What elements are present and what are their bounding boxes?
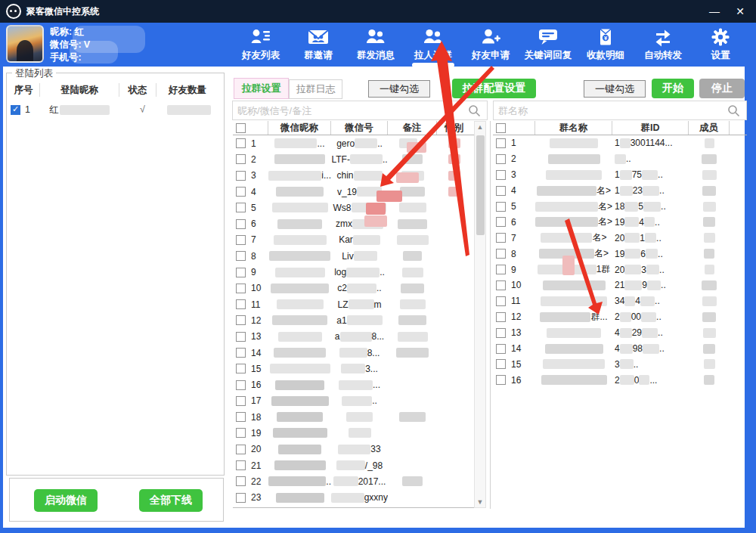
group-table-row[interactable]: 5名>185.. [493, 199, 747, 215]
friend-table-row[interactable]: 21/_98 [233, 457, 474, 473]
row-checkbox[interactable] [236, 412, 246, 422]
row-checkbox[interactable] [236, 493, 246, 503]
friend-table-row[interactable]: 8Liv [233, 248, 474, 264]
check-all-left-button[interactable]: 一键勾选 [368, 80, 430, 98]
row-checkbox[interactable] [236, 284, 246, 293]
friend-table-row[interactable]: 5Ws8 [233, 200, 474, 215]
group-table-row[interactable]: 2.. [493, 151, 747, 167]
row-checkbox[interactable] [496, 344, 506, 354]
friend-table-row[interactable]: 1...gero..... [233, 135, 474, 151]
friend-table-row[interactable]: 19 [233, 425, 474, 441]
row-checkbox[interactable] [236, 187, 246, 197]
toolbar-item-settings[interactable]: 设置 [694, 26, 747, 65]
friend-table-row[interactable]: 2033 [233, 442, 474, 457]
row-checkbox[interactable] [236, 123, 246, 133]
row-checkbox[interactable] [496, 312, 506, 322]
row-checkbox[interactable] [496, 249, 506, 259]
minimize-button[interactable]: — [702, 5, 727, 17]
toolbar-item-pull-to-group[interactable]: 拉人进群 [407, 26, 460, 65]
friend-table-row[interactable]: 23gxxny [233, 490, 474, 506]
toolbar-item-mass-message[interactable]: 群发消息 [349, 26, 402, 65]
row-checkbox[interactable] [236, 299, 246, 309]
start-button[interactable]: 开始 [652, 79, 694, 98]
scroll-up-icon[interactable]: ▲ [475, 122, 485, 132]
row-checkbox[interactable] [496, 154, 506, 164]
group-table-row[interactable]: 4名>123.. [493, 183, 747, 199]
row-checkbox[interactable] [496, 202, 506, 212]
row-checkbox[interactable] [496, 170, 506, 180]
group-table-row[interactable]: 113001144... [493, 135, 747, 151]
row-checkbox[interactable] [236, 315, 246, 325]
friend-table-row[interactable]: 153... [233, 361, 474, 377]
group-table-row[interactable]: 91群203.. [493, 262, 747, 277]
group-table-row[interactable]: 11344.. [493, 293, 747, 309]
row-checkbox[interactable] [496, 123, 506, 133]
friend-table-row[interactable]: 18 [233, 409, 474, 425]
offline-all-button[interactable]: 全部下线 [139, 489, 203, 512]
row-checkbox[interactable] [496, 138, 506, 148]
row-checkbox[interactable] [496, 265, 506, 274]
toolbar-item-friend-list[interactable]: 好友列表 [234, 26, 287, 65]
row-checkbox[interactable] [236, 445, 246, 454]
row-checkbox[interactable] [496, 217, 506, 227]
row-checkbox[interactable] [236, 364, 246, 373]
friend-table-row[interactable]: 7Kar [233, 232, 474, 248]
start-wechat-button[interactable]: 启动微信 [34, 489, 98, 512]
login-row-checkbox[interactable] [11, 105, 20, 115]
row-checkbox[interactable] [236, 268, 246, 277]
row-checkbox[interactable] [236, 332, 246, 342]
row-checkbox[interactable] [236, 138, 246, 148]
row-checkbox[interactable] [236, 396, 246, 406]
row-checkbox[interactable] [496, 359, 506, 369]
toolbar-item-group-invite[interactable]: 群邀请 [292, 26, 345, 65]
group-table-row[interactable]: 3175.. [493, 167, 747, 183]
group-table-row[interactable]: 14498.. [493, 341, 747, 357]
row-checkbox[interactable] [236, 348, 246, 358]
group-table-row[interactable]: 12群...200.. [493, 309, 747, 325]
tab-pull-group-log[interactable]: 拉群日志 [289, 79, 342, 99]
friend-table-row[interactable]: 4v_19 [233, 184, 474, 200]
toolbar-item-keyword-reply[interactable]: 关键词回复 [522, 26, 575, 65]
group-table-row[interactable]: 6名>194.. [493, 214, 747, 230]
friend-table-row[interactable]: 16... [233, 377, 474, 392]
row-checkbox[interactable] [236, 251, 246, 261]
toolbar-item-auto-forward[interactable]: 自动转发 [637, 26, 689, 65]
stop-button[interactable]: 停止 [699, 79, 745, 98]
friend-table-row[interactable]: 17.. [233, 393, 474, 409]
group-table-row[interactable]: 7名>201.. [493, 230, 747, 246]
group-search-input[interactable] [493, 101, 747, 120]
scroll-down-icon[interactable]: ▼ [475, 497, 485, 507]
row-checkbox[interactable] [236, 219, 246, 229]
row-checkbox[interactable] [236, 235, 246, 245]
friend-table-row[interactable]: 22..2017... [233, 473, 474, 489]
row-checkbox[interactable] [496, 233, 506, 243]
row-checkbox[interactable] [236, 171, 246, 181]
friend-table-row[interactable]: 6zmx [233, 215, 474, 231]
friend-table-scrollbar[interactable]: ▲ ▼ [474, 121, 486, 508]
row-checkbox[interactable] [236, 154, 246, 164]
group-table-row[interactable]: 10219.. [493, 277, 747, 293]
friend-table-row[interactable]: 3i...chin [233, 168, 474, 184]
friend-table-row[interactable]: 13a8... [233, 329, 474, 345]
pull-group-config-button[interactable]: 拉群配置设置 [452, 79, 536, 98]
friend-table-row[interactable]: 11LZm [233, 296, 474, 312]
close-button[interactable]: ✕ [727, 5, 753, 17]
group-table-row[interactable]: 8名>196.. [493, 246, 747, 262]
row-checkbox[interactable] [496, 328, 506, 338]
row-checkbox[interactable] [236, 476, 246, 486]
toolbar-item-payment-detail[interactable]: ¥收款明细 [579, 26, 632, 65]
row-checkbox[interactable] [496, 296, 506, 306]
friend-table-row[interactable]: 148... [233, 345, 474, 361]
login-row[interactable]: 1 红 √ [8, 103, 211, 116]
scrollbar-thumb[interactable] [476, 135, 485, 235]
tab-pull-group-settings[interactable]: 拉群设置 [234, 78, 289, 99]
group-table-row[interactable]: 153.. [493, 356, 747, 372]
friend-table-row[interactable]: 12a1 [233, 312, 474, 328]
toolbar-item-friend-request[interactable]: 好友申请 [464, 26, 517, 65]
row-checkbox[interactable] [496, 280, 506, 290]
row-checkbox[interactable] [496, 375, 506, 385]
group-table-row[interactable]: 13429.. [493, 325, 747, 341]
row-checkbox[interactable] [496, 186, 506, 196]
friend-table-row[interactable]: 9log.. [233, 264, 474, 280]
check-all-right-button[interactable]: 一键勾选 [584, 80, 646, 98]
